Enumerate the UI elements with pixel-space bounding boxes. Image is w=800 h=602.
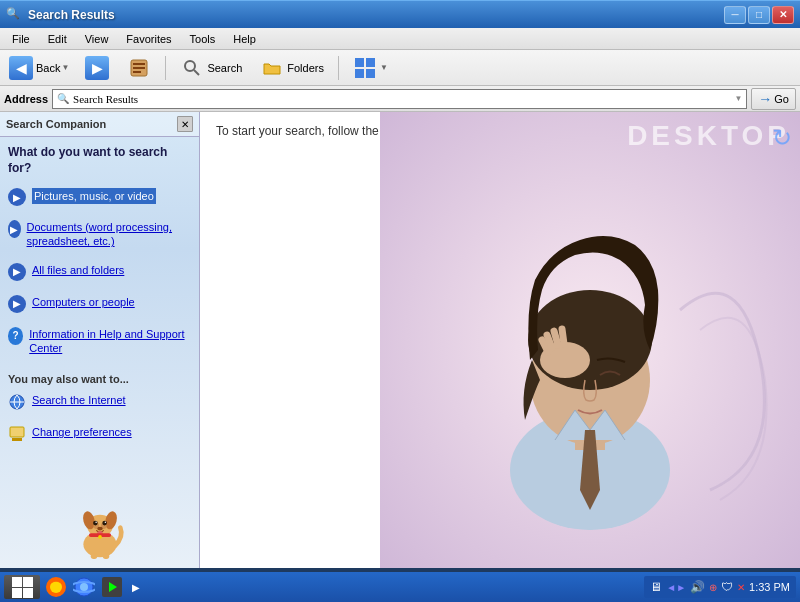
search-internet-label: Search the Internet: [32, 393, 126, 407]
svg-rect-2: [133, 67, 145, 69]
also-want-label: You may also want to...: [8, 373, 191, 385]
menu-help[interactable]: Help: [225, 31, 264, 47]
minimize-button[interactable]: ─: [724, 6, 746, 24]
search-icon: [180, 56, 204, 80]
alert-icon: ✕: [737, 582, 745, 593]
window-icon: 🔍: [6, 7, 22, 23]
svg-point-29: [98, 535, 102, 539]
background-image: [380, 112, 800, 568]
title-bar-buttons: ─ □ ✕: [724, 6, 794, 24]
allfiles-icon: ▶: [8, 263, 26, 281]
option-documents[interactable]: ▶ Documents (word processing, spreadshee…: [8, 220, 191, 249]
folders-label: Folders: [287, 62, 324, 74]
pictures-icon: ▶: [8, 188, 26, 206]
firefox-icon[interactable]: [44, 575, 68, 599]
svg-line-5: [194, 70, 199, 75]
address-input-wrap: 🔍 ▼: [52, 89, 747, 109]
documents-label: Documents (word processing, spreadsheet,…: [27, 220, 191, 249]
svg-rect-7: [366, 58, 375, 67]
go-button[interactable]: → Go: [751, 88, 796, 110]
svg-point-44: [80, 583, 88, 591]
go-icon: →: [758, 91, 772, 107]
svg-rect-9: [366, 69, 375, 78]
search-box-area: What do you want to search for? ▶ Pictur…: [0, 137, 199, 488]
history-button[interactable]: [120, 52, 158, 84]
views-button[interactable]: ▼: [346, 52, 395, 84]
svg-rect-6: [355, 58, 364, 67]
taskbar-left: ▶: [4, 575, 144, 599]
computers-label: Computers or people: [32, 295, 135, 309]
menu-edit[interactable]: Edit: [40, 31, 75, 47]
views-dropdown: ▼: [380, 63, 388, 72]
network-icon: ◄►: [666, 582, 686, 593]
toolbar-separator-1: [165, 56, 166, 80]
antivirus-icon: 🛡: [721, 580, 733, 594]
address-search-icon: 🔍: [57, 93, 69, 104]
ie-icon[interactable]: [72, 575, 96, 599]
search-companion-title: Search Companion: [6, 118, 106, 130]
back-button[interactable]: ◀ Back ▼: [4, 52, 74, 84]
menu-favorites[interactable]: Favorites: [118, 31, 179, 47]
window-title: Search Results: [28, 8, 115, 22]
svg-rect-39: [23, 588, 33, 598]
preferences-label: Change preferences: [32, 425, 132, 439]
svg-point-22: [95, 522, 96, 523]
svg-rect-8: [355, 69, 364, 78]
menu-file[interactable]: File: [4, 31, 38, 47]
folders-button[interactable]: Folders: [253, 52, 331, 84]
menu-view[interactable]: View: [77, 31, 117, 47]
start-menu-icon[interactable]: [4, 575, 40, 599]
computers-icon: ▶: [8, 295, 26, 313]
option-search-internet[interactable]: Search the Internet: [8, 393, 191, 411]
svg-point-23: [104, 522, 105, 523]
close-search-companion-button[interactable]: ✕: [177, 116, 193, 132]
svg-rect-26: [90, 554, 96, 560]
views-icon: [353, 56, 377, 80]
dog-mascot-area: [0, 488, 199, 568]
close-button[interactable]: ✕: [772, 6, 794, 24]
forward-button[interactable]: ▶: [78, 52, 116, 84]
taskbar-more-icon[interactable]: ▶: [128, 576, 144, 598]
menu-bar: File Edit View Favorites Tools Help: [0, 28, 800, 50]
address-input[interactable]: [73, 93, 734, 105]
forward-icon: ▶: [85, 56, 109, 80]
svg-rect-13: [12, 438, 22, 441]
maximize-button[interactable]: □: [748, 6, 770, 24]
svg-rect-3: [133, 71, 141, 73]
svg-point-20: [93, 521, 98, 526]
svg-rect-12: [10, 427, 24, 437]
help-label: Information in Help and Support Center: [29, 327, 191, 356]
pictures-label: Pictures, music, or video: [32, 188, 156, 204]
address-label: Address: [4, 93, 48, 105]
internet-icon: [8, 393, 26, 411]
help-icon: ?: [8, 327, 23, 345]
media-icon[interactable]: [100, 575, 124, 599]
security-icon: ⊕: [709, 582, 717, 593]
refresh-icon[interactable]: ↻: [772, 124, 792, 152]
dog-mascot: [70, 500, 130, 560]
history-icon: [127, 56, 151, 80]
address-dropdown-icon[interactable]: ▼: [734, 94, 742, 103]
back-arrow-icon: ◀: [9, 56, 33, 80]
svg-point-41: [50, 581, 62, 593]
option-allfiles[interactable]: ▶ All files and folders: [8, 263, 191, 281]
option-pictures[interactable]: ▶ Pictures, music, or video: [8, 188, 191, 206]
option-help[interactable]: ? Information in Help and Support Center: [8, 327, 191, 356]
volume-icon: 🔊: [690, 580, 705, 594]
search-label: Search: [207, 62, 242, 74]
monitor-icon: 🖥: [650, 580, 662, 594]
svg-rect-1: [133, 63, 145, 65]
taskbar: ▶ 🖥 ◄► 🔊 ⊕ 🛡 ✕ 1:33 PM: [0, 572, 800, 602]
toolbar-separator-2: [338, 56, 339, 80]
desktop-watermark: DESKTOP: [627, 120, 790, 152]
allfiles-label: All files and folders: [32, 263, 124, 277]
option-computers[interactable]: ▶ Computers or people: [8, 295, 191, 313]
menu-tools[interactable]: Tools: [182, 31, 224, 47]
svg-rect-27: [102, 554, 108, 560]
search-button[interactable]: Search: [173, 52, 249, 84]
person-illustration: [380, 112, 800, 568]
back-dropdown-icon: ▼: [61, 63, 69, 72]
back-label: Back: [36, 62, 60, 74]
option-preferences[interactable]: Change preferences: [8, 425, 191, 443]
title-bar-left: 🔍 Search Results: [6, 7, 115, 23]
